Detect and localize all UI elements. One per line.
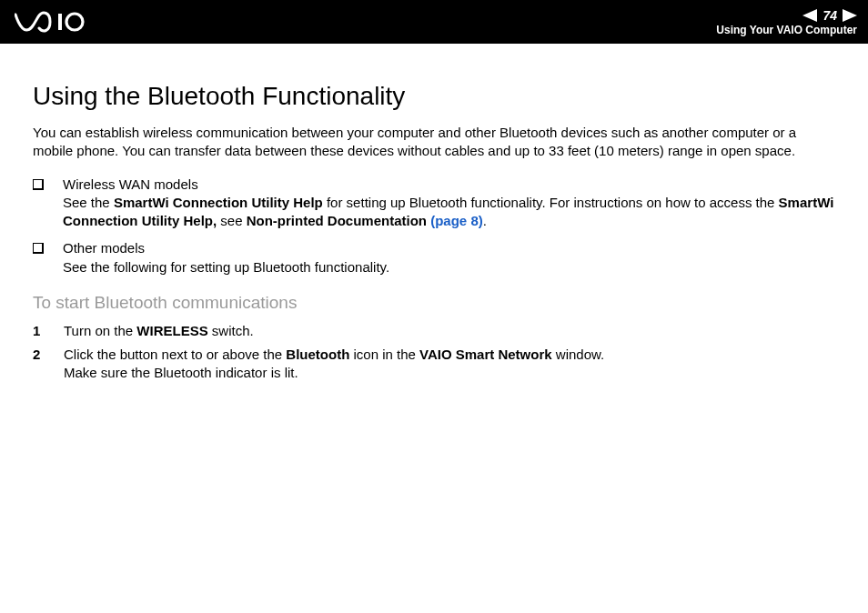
svg-point-1: [66, 14, 83, 30]
text: icon in the: [349, 347, 419, 362]
text: See the: [63, 195, 114, 210]
vaio-logo-svg: [15, 11, 115, 33]
text: switch.: [208, 323, 254, 338]
step-number: 2: [33, 346, 64, 364]
step-number: 1: [33, 322, 64, 340]
prev-page-arrow-icon[interactable]: [802, 9, 817, 22]
text: see: [217, 213, 247, 228]
text: .: [483, 213, 487, 228]
text: Make sure the Bluetooth indicator is lit…: [64, 365, 298, 380]
text: See the following for setting up Bluetoo…: [63, 259, 389, 275]
page-number: 74: [821, 8, 839, 23]
page-title: Using the Bluetooth Functionality: [33, 82, 835, 111]
intro-paragraph: You can establish wireless communication…: [33, 124, 835, 161]
svg-rect-0: [58, 14, 62, 30]
page-header: 74 Using Your VAIO Computer: [0, 0, 868, 44]
text: Click the button next to or above the: [64, 347, 286, 362]
text-bold: Non-printed Documentation: [247, 213, 431, 228]
bullet-head: Wireless WAN models: [63, 176, 198, 192]
next-page-arrow-icon[interactable]: [843, 9, 857, 22]
list-item: Other models See the following for setti…: [33, 239, 835, 276]
subheading: To start Bluetooth communications: [33, 293, 835, 313]
text-bold: VAIO Smart Network: [419, 347, 552, 362]
step-item: 1 Turn on the WIRELESS switch.: [33, 322, 835, 340]
bullet-list: Wireless WAN models See the SmartWi Conn…: [33, 176, 835, 276]
steps-list: 1 Turn on the WIRELESS switch. 2 Click t…: [33, 322, 835, 383]
bullet-head: Other models: [63, 240, 145, 256]
section-label: Using Your VAIO Computer: [716, 24, 857, 36]
page-content: Using the Bluetooth Functionality You ca…: [0, 44, 868, 383]
vaio-logo: [15, 11, 115, 33]
text-bold: SmartWi Connection Utility Help: [114, 195, 323, 210]
page-link[interactable]: (page 8): [430, 213, 483, 228]
text: window.: [552, 347, 605, 362]
bullet-icon: [33, 179, 43, 189]
text: for setting up Bluetooth functionality. …: [323, 195, 779, 210]
pager: 74: [802, 8, 857, 23]
text-bold: WIRELESS: [136, 323, 207, 338]
list-item: Wireless WAN models See the SmartWi Conn…: [33, 176, 835, 231]
text-bold: Bluetooth: [286, 347, 349, 362]
text: Turn on the: [64, 323, 136, 338]
step-item: 2 Click the button next to or above the …: [33, 346, 835, 383]
bullet-icon: [33, 243, 43, 253]
